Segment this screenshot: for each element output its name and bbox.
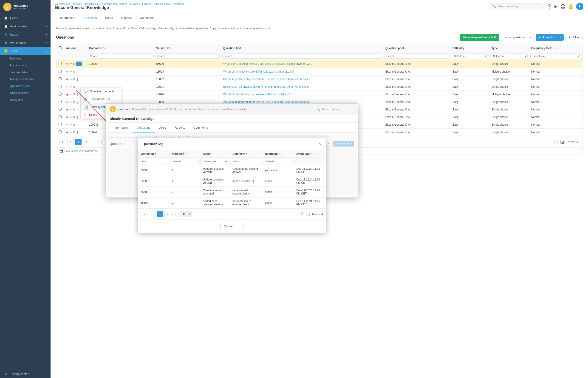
sidebar-sub-manage-tests[interactable]: Manage tests — [0, 62, 51, 69]
edit-icon[interactable]: ✏ — [69, 62, 72, 66]
col-common-id[interactable]: Common ID ↑↓ — [87, 44, 154, 52]
export-pdf-icon[interactable]: 📄 — [554, 140, 558, 144]
row-question-text[interactable]: What is the quickest time you can send o… — [221, 60, 383, 68]
log-export-pdf-icon[interactable]: 📄 — [299, 212, 304, 216]
edit-icon[interactable]: ✏ — [69, 123, 72, 127]
col-frequency[interactable]: Frequency factor ↑↓ — [529, 44, 582, 52]
copy-icon[interactable]: ⧉ — [73, 93, 75, 96]
export-excel-icon[interactable]: 📊 — [560, 140, 565, 144]
log-filter-version-id[interactable] — [139, 159, 168, 164]
log-export-excel-icon[interactable]: 📊 — [306, 212, 310, 216]
import-questions-arrow[interactable]: ▾ — [528, 34, 534, 41]
bell-icon[interactable]: 🔔 — [568, 4, 573, 9]
tab-users[interactable]: Users — [101, 13, 117, 23]
breadcrumb-all-projects[interactable]: All projects(2) — [55, 2, 70, 5]
more-options-btn[interactable]: ⋮ — [76, 70, 79, 73]
sidebar-sub-manage-certs[interactable]: Manage certificates — [0, 76, 51, 83]
help-icon[interactable]: ❓ — [547, 4, 552, 9]
log-col-username[interactable]: Username ↑↓ — [262, 150, 294, 158]
filter-question-text[interactable] — [222, 54, 382, 59]
col-checkbox[interactable] — [56, 44, 64, 52]
sidebar-item-testing-center[interactable]: 🖥 Testing center ▾ — [0, 370, 51, 378]
breadcrumb-finance[interactable]: Finance — [142, 2, 151, 5]
col-difficulty[interactable]: Difficulty ↑↓ — [450, 44, 489, 52]
copy-icon[interactable]: ⧉ — [73, 130, 75, 134]
sidebar-item-home[interactable]: 🏠 Home — [0, 14, 51, 22]
row-checkbox[interactable] — [59, 115, 62, 118]
more-options-btn[interactable]: ⋮ — [76, 100, 79, 104]
page-prev-btn[interactable]: ‹ — [67, 139, 74, 145]
import-questions-button[interactable]: Import questions — [501, 34, 529, 41]
row-question-text[interactable]: Which of the following names are NOT a f… — [221, 91, 383, 98]
more-options-btn[interactable]: ⋮ — [76, 78, 79, 81]
ban-icon[interactable]: ⊘ — [66, 123, 69, 127]
tab-comments[interactable]: Comments — [136, 13, 159, 23]
log-col-version-id[interactable]: Version ID ↑↓ — [138, 150, 169, 158]
copy-icon[interactable]: ⧉ — [73, 123, 75, 127]
row-question-text[interactable]: Bitcoins can be divisible down to the ei… — [221, 83, 383, 91]
page-last-btn[interactable]: » — [98, 139, 105, 145]
ban-icon[interactable]: ⊘ — [66, 85, 69, 89]
play-icon[interactable]: ▶ — [554, 4, 558, 9]
add-question-arrow[interactable]: ▾ — [558, 34, 564, 41]
cancel-button[interactable]: Cancel — [220, 223, 244, 230]
second-search[interactable]: 🔍 — [313, 106, 355, 112]
second-search-input[interactable] — [322, 108, 351, 110]
row-checkbox[interactable] — [59, 62, 62, 65]
log-col-action[interactable]: Action — [200, 150, 230, 158]
row-question-text[interactable]: Which of the following areNOTa valid way… — [221, 68, 383, 76]
select-all-checkbox[interactable] — [59, 46, 62, 49]
search-box[interactable]: 🔍 — [489, 3, 544, 9]
generate-ai-button[interactable]: Generate questions with AI — [460, 34, 499, 41]
tab-questions[interactable]: Questions — [79, 13, 101, 23]
filter-type[interactable]: Select one — [491, 53, 528, 59]
log-col-event-date[interactable]: Event date ↑↓ — [294, 150, 326, 158]
breadcrumb-sample-question-pools[interactable]: Sample Question Pools — [73, 2, 100, 5]
filter-common-id[interactable] — [88, 54, 152, 59]
more-options-btn[interactable]: ⋮ — [76, 62, 82, 66]
second-tab-information[interactable]: Information — [109, 123, 133, 133]
avatar[interactable]: A — [576, 3, 583, 10]
ban-icon[interactable]: ⊘ — [66, 78, 69, 81]
log-filter-action[interactable]: Select one — [201, 159, 228, 164]
filter-pool[interactable] — [384, 54, 449, 59]
sidebar-item-assignments[interactable]: 📋 Assignments ▾ — [0, 22, 51, 30]
edit-icon[interactable]: ✏ — [69, 131, 72, 134]
filter-button[interactable]: ⚙ Filter — [565, 34, 583, 41]
row-question-text[interactable]: Bitcoin is protected by encryption. The … — [221, 76, 383, 83]
tab-reports[interactable]: Reports — [117, 13, 136, 23]
page-1-btn[interactable]: 1 — [75, 139, 82, 145]
breadcrumb-business[interactable]: Business — [129, 2, 140, 5]
breadcrumb-question-pool-library[interactable]: Question Pool Library — [102, 2, 127, 5]
edit-icon[interactable]: ✏ — [69, 116, 72, 119]
ban-icon[interactable]: ⊘ — [66, 62, 69, 66]
log-page-last[interactable]: » — [172, 211, 179, 217]
row-checkbox[interactable] — [59, 108, 62, 111]
copy-icon[interactable]: ⧉ — [73, 85, 75, 89]
more-options-btn[interactable]: ⋮ — [76, 93, 79, 96]
filter-difficulty[interactable]: Select one — [451, 53, 488, 59]
more-options-btn[interactable]: ⋮ — [76, 123, 79, 127]
page-2-btn[interactable]: 2 — [83, 139, 89, 145]
row-checkbox[interactable] — [59, 130, 62, 134]
log-filter-username[interactable] — [264, 159, 292, 164]
more-options-btn[interactable]: ⋮ — [76, 85, 79, 89]
headset-icon[interactable]: 🎧 — [561, 4, 565, 9]
copy-icon[interactable]: ⧉ — [73, 100, 75, 104]
sidebar-sub-question-pools[interactable]: Question pools — [0, 83, 51, 90]
copy-icon[interactable]: ⧉ — [73, 108, 75, 111]
log-page-first[interactable]: « — [141, 211, 148, 217]
more-options-btn[interactable]: ⋮ — [76, 108, 79, 111]
page-first-btn[interactable]: « — [59, 139, 66, 145]
col-question-text[interactable]: Question text ↑↓ — [221, 44, 383, 52]
ban-icon[interactable]: ⊘ — [66, 108, 69, 111]
filter-version-id[interactable] — [155, 54, 219, 59]
ban-icon[interactable]: ⊘ — [66, 116, 69, 119]
more-options-btn[interactable]: ⋮ — [76, 131, 79, 134]
tab-information[interactable]: Information — [56, 13, 79, 23]
ban-icon[interactable]: ⊘ — [66, 70, 69, 73]
log-col-comment[interactable]: Comment ↑↓ — [230, 150, 262, 158]
filter-frequency[interactable]: Select one — [530, 53, 581, 59]
second-tab-reports[interactable]: Reports — [171, 123, 190, 133]
search-input[interactable] — [498, 5, 540, 8]
